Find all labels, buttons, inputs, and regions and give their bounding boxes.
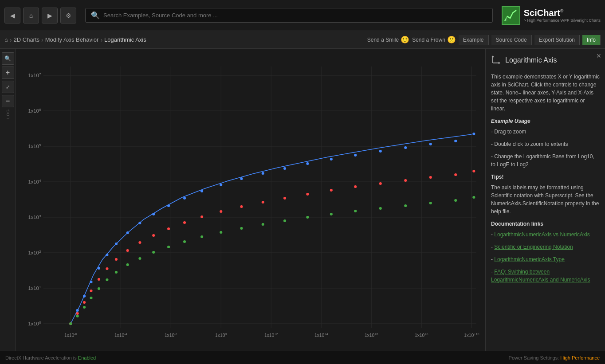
minus-tool[interactable]: −: [2, 95, 14, 107]
svg-point-76: [262, 201, 264, 204]
breadcrumb-right: Send a Smile 🙂 Send a Frown 🙁 Example So…: [367, 35, 601, 45]
svg-point-85: [472, 170, 475, 172]
breadcrumb-logarithmic: Logarithmic Axis: [104, 36, 146, 43]
svg-point-108: [429, 202, 432, 204]
logo-box: [502, 6, 520, 25]
breadcrumb-2d-charts[interactable]: 2D Charts: [14, 36, 40, 43]
doc-link-1[interactable]: - LogarithmicNumericAxis vs NumericAxis: [491, 231, 600, 239]
nav-icons: ◀ ⌂ ▶ ⚙: [4, 8, 76, 23]
search-bar[interactable]: 🔍: [85, 8, 493, 23]
forward-button[interactable]: ▶: [42, 8, 58, 23]
zoom-tool[interactable]: 🔍: [2, 52, 14, 65]
svg-point-68: [126, 249, 129, 252]
svg-point-70: [152, 234, 155, 237]
svg-point-63: [83, 301, 86, 304]
breadcrumb-bar: ⌂ › 2D Charts › Modify Axis Behavior › L…: [0, 31, 605, 49]
send-frown-button[interactable]: Send a Frown 🙁: [412, 35, 456, 44]
svg-rect-0: [506, 17, 507, 21]
svg-point-107: [404, 204, 407, 207]
breadcrumb-home[interactable]: ⌂: [4, 36, 8, 43]
send-smile-button[interactable]: Send a Smile 🙂: [367, 35, 409, 44]
tab-example[interactable]: Example: [459, 35, 489, 45]
example-usage-logbase: - Change the Logarithmic Base from Log10…: [491, 153, 600, 168]
scichart-logo-name: SciChart®: [524, 8, 601, 18]
svg-point-94: [138, 257, 141, 260]
example-usage-title: Example Usage: [491, 117, 600, 125]
logo-area: SciChart® > High Performance WPF Silverl…: [502, 6, 601, 25]
svg-point-95: [152, 251, 155, 254]
svg-point-51: [262, 172, 264, 175]
fit-tool[interactable]: ⤢: [2, 81, 14, 93]
svg-point-89: [90, 297, 92, 299]
settings-button[interactable]: ⚙: [60, 8, 76, 23]
example-usage-drag: - Drag to zoom: [491, 128, 600, 136]
svg-point-74: [220, 210, 222, 213]
search-input[interactable]: [103, 12, 487, 19]
svg-point-41: [106, 254, 108, 256]
svg-point-55: [354, 154, 357, 157]
svg-point-92: [115, 271, 118, 274]
svg-point-42: [115, 243, 118, 245]
status-left: DirectX Hardware Acceleration is Enabled: [5, 355, 96, 360]
breadcrumb-modify-axis[interactable]: Modify Axis Behavior: [45, 36, 99, 43]
link-scientific-notation[interactable]: Scientific or Engineering Notation: [494, 244, 573, 250]
svg-point-47: [183, 197, 186, 200]
tips-title: Tips!: [491, 173, 600, 181]
svg-point-110: [472, 196, 475, 199]
svg-point-103: [306, 216, 309, 219]
svg-rect-1: [16, 49, 485, 351]
info-header: Logarithmic Axis: [491, 54, 600, 67]
svg-point-53: [306, 162, 309, 165]
svg-point-39: [90, 281, 92, 283]
svg-point-106: [379, 207, 382, 210]
svg-point-78: [306, 193, 309, 196]
svg-point-102: [283, 219, 286, 222]
svg-point-98: [200, 235, 203, 238]
log-label: LOG: [6, 109, 10, 119]
scichart-logo-tagline: > High Performance WPF Silverlight Chart…: [524, 18, 601, 23]
main-area: 🔍 + ⤢ − LOG: [0, 49, 605, 351]
svg-point-73: [200, 215, 203, 218]
link-faq-switching[interactable]: FAQ: Swithing between LogarithmicNumeric…: [491, 269, 590, 283]
info-panel: ✕ Logarithmic Axis This example demonstr…: [485, 49, 605, 351]
svg-point-60: [472, 133, 475, 135]
svg-point-56: [379, 150, 382, 153]
svg-point-82: [404, 179, 407, 182]
tab-info[interactable]: Info: [582, 35, 601, 45]
svg-point-99: [220, 231, 222, 234]
svg-point-48: [200, 190, 203, 192]
doc-link-4[interactable]: - FAQ: Swithing between LogarithmicNumer…: [491, 268, 600, 284]
svg-point-37: [76, 309, 79, 312]
svg-point-87: [76, 315, 79, 317]
svg-point-40: [98, 267, 100, 270]
svg-point-104: [330, 213, 333, 215]
svg-point-69: [138, 241, 141, 244]
svg-point-43: [126, 231, 129, 234]
link-logarithmic-vs-numeric[interactable]: LogarithmicNumericAxis vs NumericAxis: [494, 231, 589, 238]
back-button[interactable]: ◀: [4, 8, 20, 23]
pan-tool[interactable]: +: [2, 67, 14, 79]
svg-point-46: [167, 204, 170, 207]
link-logarithmic-type[interactable]: LogarithmicNumericAxis Type: [494, 256, 565, 262]
info-description: This example demonstrates X or Y logarit…: [491, 73, 600, 113]
svg-point-72: [183, 221, 186, 224]
tab-export-solution[interactable]: Export Solution: [534, 35, 580, 45]
doc-link-3[interactable]: - LogarithmicNumericAxis Type: [491, 255, 600, 263]
svg-point-90: [98, 287, 100, 290]
breadcrumb-sep-2: ›: [41, 36, 43, 43]
svg-point-91: [106, 278, 108, 281]
info-close-button[interactable]: ✕: [596, 52, 601, 59]
svg-point-84: [454, 173, 457, 176]
doc-link-2[interactable]: - Scientific or Engineering Notation: [491, 243, 600, 251]
tab-source-code[interactable]: Source Code: [491, 35, 532, 45]
svg-point-38: [83, 295, 86, 297]
svg-point-100: [240, 227, 243, 230]
svg-point-88: [83, 306, 86, 309]
home-button[interactable]: ⌂: [23, 8, 39, 23]
chart-area[interactable]: 1x100 1x101 1x102 1x103 1x104 1x105 1x10…: [16, 49, 485, 351]
svg-point-49: [220, 184, 222, 186]
svg-point-44: [138, 222, 141, 224]
frown-icon: 🙁: [447, 35, 456, 44]
svg-point-77: [283, 197, 286, 200]
status-bar: DirectX Hardware Acceleration is Enabled…: [0, 351, 605, 364]
